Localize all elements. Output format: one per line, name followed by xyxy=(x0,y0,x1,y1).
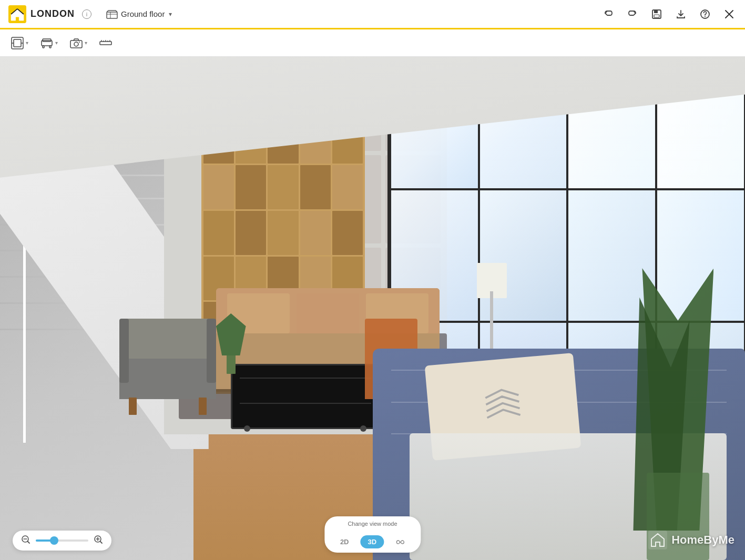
watermark: HomeByMe xyxy=(648,531,734,549)
svg-line-29 xyxy=(28,542,30,544)
floor-tool-button[interactable]: ▾ xyxy=(6,33,33,53)
save-icon xyxy=(651,9,662,19)
homebyme-logo-icon xyxy=(648,531,667,549)
topbar-actions xyxy=(601,7,737,22)
undo-button[interactable] xyxy=(601,7,616,22)
measure-tool-button[interactable] xyxy=(95,33,117,53)
redo-button[interactable] xyxy=(625,7,640,22)
svg-point-6 xyxy=(705,16,706,17)
svg-rect-4 xyxy=(654,15,659,17)
redo-icon xyxy=(627,9,638,19)
zoom-out-button[interactable] xyxy=(21,535,30,546)
toolbar: ▾ ▾ ▾ xyxy=(0,29,745,57)
furniture-tool-button[interactable]: ▾ xyxy=(36,33,62,53)
svg-rect-16 xyxy=(49,46,51,48)
floor-plan-icon xyxy=(106,9,118,19)
view-3d-button[interactable]: 3D xyxy=(361,535,384,548)
svg-line-33 xyxy=(100,542,103,544)
view-walkaround-button[interactable] xyxy=(388,536,412,548)
zoom-in-button[interactable] xyxy=(94,535,103,546)
save-button[interactable] xyxy=(649,7,664,22)
svg-point-18 xyxy=(74,42,78,46)
svg-point-34 xyxy=(396,541,400,544)
undo-icon xyxy=(603,9,614,19)
svg-rect-1 xyxy=(107,12,117,18)
floor-selector[interactable]: Ground floor ▾ xyxy=(102,7,176,21)
camera-tool-button[interactable]: ▾ xyxy=(65,33,91,53)
svg-rect-15 xyxy=(43,46,44,48)
view-mode-control: Change view mode 2D 3D xyxy=(324,516,421,553)
svg-rect-3 xyxy=(654,10,658,13)
svg-point-35 xyxy=(401,541,404,544)
home-logo-icon xyxy=(8,5,26,23)
coffee-table xyxy=(231,364,380,429)
floor-label: Ground floor xyxy=(121,9,165,18)
pillow-pattern-icon xyxy=(470,384,536,430)
zoom-in-icon xyxy=(94,535,103,544)
close-icon xyxy=(723,8,735,20)
zoom-out-icon xyxy=(21,535,30,544)
plant-left xyxy=(216,313,246,374)
help-button[interactable] xyxy=(698,7,712,22)
topbar: LONDON i Ground floor ▾ xyxy=(0,0,745,29)
furniture-tool-icon xyxy=(40,36,54,50)
room-scene xyxy=(0,57,745,560)
canvas-area: HomeByMe xyxy=(0,57,745,560)
view-mode-buttons: 2D 3D xyxy=(333,535,412,548)
zoom-slider[interactable] xyxy=(36,539,88,542)
walkaround-icon xyxy=(395,538,405,546)
logo-area: LONDON i xyxy=(8,5,91,23)
svg-rect-17 xyxy=(70,40,82,48)
app-title: LONDON xyxy=(30,8,75,19)
close-button[interactable] xyxy=(722,7,737,22)
svg-rect-20 xyxy=(100,42,111,45)
svg-point-19 xyxy=(79,42,80,43)
armchair xyxy=(119,319,216,399)
view-mode-label: Change view mode xyxy=(348,521,397,527)
view-2d-button[interactable]: 2D xyxy=(333,535,356,548)
floor-tool-chevron: ▾ xyxy=(26,40,28,46)
homebyme-label: HomeByMe xyxy=(671,533,734,547)
camera-tool-icon xyxy=(69,36,83,50)
app-container: LONDON i Ground floor ▾ xyxy=(0,0,745,560)
measure-tool-icon xyxy=(99,36,113,50)
download-button[interactable] xyxy=(673,7,688,22)
camera-tool-chevron: ▾ xyxy=(85,40,87,46)
furniture-tool-chevron: ▾ xyxy=(55,40,58,46)
info-icon[interactable]: i xyxy=(82,9,91,19)
download-icon xyxy=(676,9,686,19)
zoom-thumb[interactable] xyxy=(50,536,58,545)
floor-tool-icon xyxy=(11,36,24,50)
plant-right xyxy=(633,268,722,560)
zoom-control xyxy=(13,531,111,551)
help-icon xyxy=(700,9,710,19)
svg-rect-10 xyxy=(14,39,21,47)
floor-chevron-icon: ▾ xyxy=(169,11,172,18)
